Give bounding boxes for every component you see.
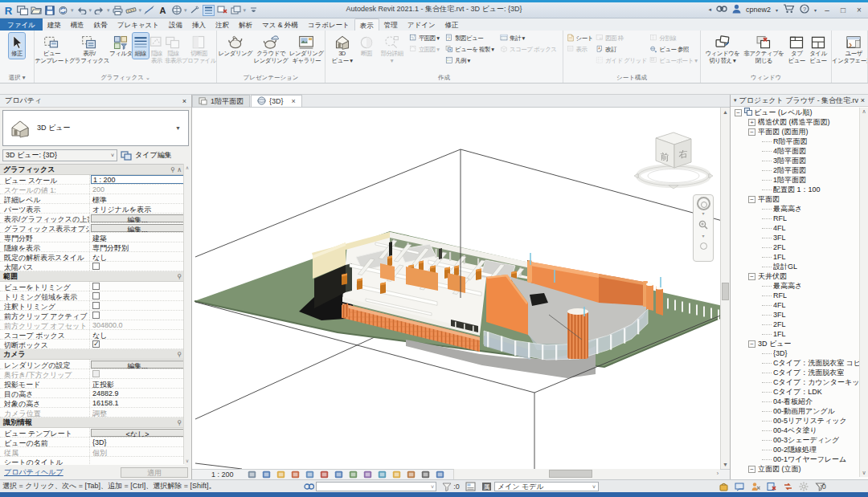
tree-item[interactable]: −平面図 (731, 194, 859, 204)
sync-central-icon[interactable] (782, 482, 793, 491)
property-value[interactable]: 標準 (92, 196, 107, 203)
type-edit-button[interactable]: タイプ編集 (121, 149, 190, 162)
tree-item[interactable]: 4階平面図 (731, 146, 859, 156)
design-options-icon[interactable]: 属 (481, 482, 492, 491)
analytical-icon[interactable] (406, 471, 417, 479)
property-checkbox[interactable] (92, 340, 100, 348)
zoom-icon[interactable] (698, 219, 709, 233)
ribbon-button[interactable]: シート (567, 33, 593, 44)
property-value[interactable]: 正投影 (92, 381, 114, 388)
tree-item[interactable]: {3D} (731, 348, 859, 358)
property-value[interactable]: 専門分野別 (92, 244, 129, 251)
property-value[interactable]: 建築 (92, 234, 107, 242)
ribbon-button[interactable]: 分割線 (649, 33, 697, 44)
tree-item[interactable]: 1階平面図 (731, 175, 859, 185)
properties-close-icon[interactable]: × (182, 97, 186, 105)
ribbon-button[interactable]: 細線 (133, 33, 149, 59)
ribbon-button[interactable]: 表示/ グラフィックス (69, 33, 109, 65)
status-search-arrow-icon[interactable]: ˅ (431, 484, 434, 490)
tree-item[interactable]: −平面図 (図面用) (731, 127, 859, 136)
view-tab-close-icon[interactable]: × (292, 97, 296, 105)
property-value[interactable]: オリジナルを表示 (92, 206, 151, 213)
horizontal-scrollbar[interactable]: › (453, 469, 720, 479)
browser-scrollbar[interactable]: ∧ ∨ (859, 108, 868, 477)
highlight-sets-icon[interactable] (420, 471, 432, 479)
ribbon-button[interactable]: x ビューを 複製 ▾ (445, 44, 494, 55)
property-edit-button[interactable]: 編集... (91, 214, 184, 222)
steering-wheel-icon[interactable] (697, 197, 710, 210)
tree-item[interactable]: 配置図 1：100 (731, 185, 859, 194)
show-rendering-icon[interactable] (305, 471, 316, 479)
scroll-right-icon[interactable]: › (717, 471, 719, 476)
tree-item[interactable]: −天井伏図 (731, 271, 859, 281)
tree-item[interactable]: 04-看板紹介 (731, 397, 859, 406)
type-selector-dropdown-icon[interactable]: ▼ (175, 125, 188, 131)
editing-requests-icon[interactable] (734, 482, 745, 491)
property-edit-button[interactable]: 編集... (91, 361, 184, 369)
visual-style-icon[interactable] (261, 471, 272, 479)
tree-item[interactable]: 2階平面図 (731, 165, 859, 175)
tree-expand-icon[interactable]: + (748, 119, 755, 126)
wheel-dropdown-icon[interactable]: ▾ (702, 210, 704, 217)
sun-path-icon[interactable] (276, 471, 287, 479)
property-value[interactable]: 個別 (92, 449, 107, 456)
ribbon-button[interactable]: 立面図 ▾ (409, 44, 440, 55)
tree-item[interactable]: Cタイプ：洗面脱衣室 (731, 368, 859, 377)
property-section-1[interactable]: 範囲 ⚲ (0, 271, 185, 282)
property-section-2[interactable]: カメラ ⚲ (0, 349, 185, 360)
view-tab-1[interactable]: {3D} × (251, 95, 302, 107)
tree-item[interactable]: 00-1ワイヤーフレーム (731, 454, 859, 464)
search-icon[interactable] (716, 5, 727, 15)
crop-view-icon[interactable] (247, 471, 258, 479)
property-value[interactable]: 24882.9 (92, 389, 119, 397)
tree-item[interactable]: 最高高さ (731, 204, 859, 214)
apply-button[interactable]: 適用 (121, 467, 188, 478)
ribbon-button[interactable]: 非アクティブを 閉じる (744, 33, 784, 65)
ribbon-tab-14[interactable]: 修正 (440, 18, 464, 31)
ribbon-tab-7[interactable]: 注釈 (211, 18, 234, 31)
status-search-icon[interactable] (303, 482, 314, 491)
tree-item[interactable]: 4FL (731, 223, 859, 233)
ribbon-button[interactable]: ウィンドウを 切り替え ▾ (705, 33, 739, 65)
tree-collapse-icon[interactable]: − (748, 128, 755, 136)
ribbon-tab-4[interactable]: プレキャスト (113, 18, 164, 31)
user-dropdown-icon[interactable]: ▾ (776, 7, 778, 13)
property-value[interactable]: なし (92, 332, 107, 339)
search-collapse-icon[interactable]: ◂ (708, 6, 711, 13)
property-checkbox[interactable] (92, 292, 100, 299)
tree-collapse-icon[interactable]: − (735, 109, 742, 116)
property-checkbox[interactable] (92, 263, 100, 270)
ribbon-button[interactable]: 部分詳細 ▾ (381, 33, 403, 65)
zoom-dropdown-icon[interactable]: ▾ (702, 233, 704, 239)
tree-item[interactable]: 設計GL (731, 262, 859, 271)
vertical-scrollbar[interactable]: ▲ ▼ (720, 108, 730, 469)
ribbon-button[interactable]: 3D ビュー ▾ (332, 33, 353, 65)
ribbon-button[interactable]: レンダリング (218, 33, 252, 59)
property-value[interactable]: 16158.1 (92, 399, 119, 407)
tree-item[interactable]: 00-5リアリスティック (731, 416, 859, 426)
tree-item[interactable]: 4FL (731, 300, 859, 310)
property-checkbox[interactable] (92, 302, 100, 309)
tree-collapse-icon[interactable]: − (748, 273, 755, 280)
ribbon-button[interactable]: 改訂 (596, 44, 646, 55)
type-selector[interactable]: 3D ビュー ▼ (2, 110, 189, 146)
tree-item[interactable]: 3階平面図 (731, 156, 859, 165)
horizontal-scroll-thumb[interactable] (549, 470, 592, 478)
vertical-scroll-thumb[interactable] (722, 283, 729, 300)
property-section-0[interactable]: グラフィックス ⚲ ∧ (0, 165, 185, 175)
active-model-combo[interactable]: メイン モデル ˅ (494, 482, 599, 491)
scroll-up-icon[interactable]: ▲ (721, 109, 730, 115)
crop-visible-icon[interactable] (334, 471, 345, 479)
ribbon-tab-10[interactable]: コラボレート (303, 18, 354, 31)
tree-item[interactable]: Cタイプ：LDK (731, 387, 859, 397)
view-scale-button[interactable]: 1 : 200 (211, 471, 234, 479)
ribbon-tab-6[interactable]: 挿入 (187, 18, 211, 31)
ribbon-button[interactable]: クラウドで レンダリング (254, 33, 289, 65)
ribbon-tab-3[interactable]: 鉄骨 (89, 18, 113, 31)
property-value[interactable]: 200 (92, 185, 104, 194)
properties-help-link[interactable]: プロパティヘルプ (4, 467, 63, 478)
worksets-icon[interactable] (718, 482, 729, 491)
ribbon-button[interactable]: 隠線 非表示 (165, 33, 182, 65)
tree-item[interactable]: Cタイプ：カウンターキッチン (731, 377, 859, 387)
ribbon-button[interactable]: タブ ビュー (788, 33, 805, 65)
